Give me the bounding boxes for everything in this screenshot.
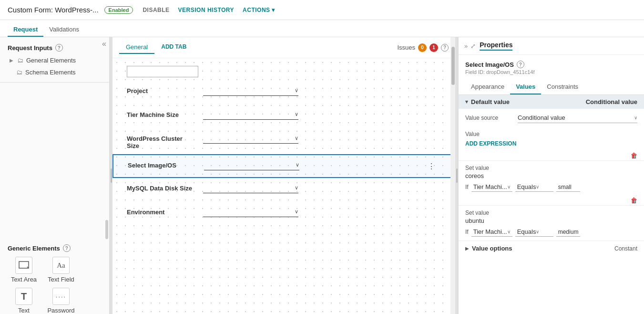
field-input-image-os[interactable]: ∨ bbox=[204, 160, 299, 170]
props-tabs: Appearance Values Constraints bbox=[459, 80, 644, 95]
generic-item-textarea[interactable]: Text Area bbox=[8, 257, 40, 283]
condition-field-select-2[interactable]: Tier Machi... ∨ bbox=[471, 227, 512, 237]
sidebar-item-label: Schema Elements bbox=[25, 69, 76, 76]
field-row-environment: Environment ∨ bbox=[112, 202, 455, 226]
canvas-scroll-thumb[interactable] bbox=[451, 47, 455, 85]
add-tab-button[interactable]: ADD TAB bbox=[156, 41, 191, 54]
canvas-scrollbar[interactable] bbox=[450, 37, 455, 314]
set-value-text-1: coreos bbox=[465, 172, 637, 179]
props-field-title: Select Image/OS ? bbox=[459, 55, 644, 69]
add-expression-button[interactable]: ADD EXPRESSION bbox=[465, 140, 516, 147]
value-options-label: Value options bbox=[472, 245, 612, 252]
value-label-row: Value bbox=[459, 127, 644, 138]
set-value-label-2: Set value bbox=[465, 209, 637, 216]
collapse-icons[interactable]: » ⤢ bbox=[464, 42, 476, 50]
default-value-label: Default value bbox=[471, 98, 510, 105]
field-label: Project bbox=[127, 85, 194, 94]
field-input-environment[interactable]: ∨ bbox=[203, 207, 298, 217]
generic-item-text[interactable]: T Text bbox=[8, 288, 40, 314]
generic-item-textfield[interactable]: Aa Text Field bbox=[45, 257, 77, 283]
field-row-mysql-disk: MySQL Data Disk Size ∨ bbox=[112, 178, 455, 202]
request-inputs-title: Request Inputs ? bbox=[0, 37, 109, 54]
condition-row-1: If Tier Machi... ∨ Equals ∨ small bbox=[465, 182, 637, 192]
sidebar-item-general-elements[interactable]: ▶ 🗂 General Elements bbox=[0, 54, 109, 66]
main-layout: « Request Inputs ? ▶ 🗂 General Elements … bbox=[0, 37, 644, 314]
props-field-help-icon[interactable]: ? bbox=[517, 61, 524, 68]
drag-thumb bbox=[111, 168, 112, 183]
issue-badge-red: 1 bbox=[429, 43, 438, 52]
field-input-wp-cluster[interactable]: ∨ bbox=[203, 133, 298, 144]
canvas-content: Project ∨ Tier Machine Size ∨ WordPress … bbox=[112, 58, 455, 314]
field-menu-dots[interactable]: ⋮ bbox=[428, 162, 435, 171]
conditional-value-label: Conditional value bbox=[586, 98, 637, 105]
value-options-chevron[interactable]: ▶ bbox=[465, 246, 469, 251]
tab-validations[interactable]: Validations bbox=[43, 23, 85, 37]
disable-button[interactable]: DISABLE bbox=[143, 7, 169, 13]
field-input-tier[interactable]: ∨ bbox=[203, 109, 298, 120]
value-options-right: Constant bbox=[614, 245, 637, 252]
textarea-preview[interactable] bbox=[127, 66, 198, 77]
default-value-section[interactable]: ▾ Default value bbox=[465, 98, 586, 105]
condition-value-1: small bbox=[556, 183, 580, 192]
actions-button[interactable]: ACTIONS ▾ bbox=[243, 7, 275, 13]
issues-bar: Issues 0 1 ? bbox=[397, 43, 449, 52]
trash-icon-row-2: 🗑 bbox=[459, 196, 644, 205]
props-tab-appearance[interactable]: Appearance bbox=[465, 80, 510, 94]
field-input-mysql[interactable]: ∨ bbox=[203, 183, 298, 193]
textarea-icon bbox=[15, 257, 32, 274]
field-label: Select Image/OS bbox=[128, 160, 194, 169]
generic-items-list: Text Area Aa Text Field T Text ···· Pass… bbox=[8, 257, 102, 314]
value-source-select[interactable]: Conditional value ∨ bbox=[518, 113, 637, 123]
collapse-icon[interactable]: » bbox=[464, 42, 468, 50]
text-icon: T bbox=[15, 288, 32, 305]
properties-panel-title: Properties bbox=[480, 41, 512, 51]
issue-badge-orange: 0 bbox=[418, 43, 427, 52]
textarea-preview-row bbox=[112, 63, 455, 81]
main-tabs: Request Validations bbox=[0, 20, 644, 37]
value-label: Value bbox=[465, 131, 513, 137]
props-body: ▾ Default value Conditional value Value … bbox=[459, 95, 644, 256]
value-options-row: ▶ Value options Constant bbox=[459, 241, 644, 256]
chevron-down-icon: ▾ bbox=[465, 99, 468, 105]
page-title: Custom Form: WordPress-... bbox=[8, 6, 99, 14]
field-label: WordPress Cluster Size bbox=[127, 133, 194, 149]
generic-item-password[interactable]: ···· Password bbox=[45, 288, 77, 314]
trash-icon-row-1: 🗑 bbox=[459, 151, 644, 160]
request-inputs-help-icon[interactable]: ? bbox=[55, 44, 63, 52]
canvas-tabs: General ADD TAB bbox=[119, 41, 191, 54]
generic-elements-section: Generic Elements ? Text Area Aa Text Fie… bbox=[0, 240, 109, 314]
svg-line-1 bbox=[27, 267, 28, 268]
tab-request[interactable]: Request bbox=[8, 23, 43, 37]
version-history-button[interactable]: VERSION HISTORY bbox=[178, 7, 235, 13]
condition-op-chevron-2: ∨ bbox=[536, 229, 539, 234]
trash-icon-2[interactable]: 🗑 bbox=[631, 197, 637, 204]
sidebar-item-schema-elements[interactable]: 🗂 Schema Elements bbox=[0, 66, 109, 78]
field-input-project[interactable]: ∨ bbox=[203, 85, 298, 96]
sidebar-collapse-button[interactable]: « bbox=[102, 40, 106, 48]
help-icon[interactable]: ? bbox=[441, 44, 449, 52]
enabled-badge: Enabled bbox=[104, 6, 133, 14]
condition-op-select-1[interactable]: Equals ∨ bbox=[515, 182, 553, 192]
generic-help-icon[interactable]: ? bbox=[63, 244, 71, 252]
top-bar: Custom Form: WordPress-... Enabled DISAB… bbox=[0, 0, 644, 20]
password-icon: ···· bbox=[52, 288, 70, 305]
condition-field-select-1[interactable]: Tier Machi... ∨ bbox=[471, 182, 512, 192]
props-tab-constraints[interactable]: Constraints bbox=[541, 80, 584, 94]
sidebar-divider bbox=[0, 82, 109, 83]
trash-icon-1[interactable]: 🗑 bbox=[631, 152, 637, 159]
folder-icon: 🗂 bbox=[17, 57, 23, 64]
canvas: General ADD TAB Issues 0 1 ? Project ∨ bbox=[112, 37, 455, 314]
set-value-block-1: Set value coreos If Tier Machi... ∨ Equa… bbox=[459, 160, 644, 196]
sidebar-scroll-thumb[interactable] bbox=[105, 220, 108, 239]
sidebar-item-label: General Elements bbox=[26, 57, 76, 64]
select-arrow: ∨ bbox=[634, 115, 637, 120]
drag-thumb-right bbox=[456, 168, 458, 183]
field-row-project: Project ∨ bbox=[112, 81, 455, 105]
condition-op-select-2[interactable]: Equals ∨ bbox=[515, 227, 553, 237]
expand-icon[interactable]: ⤢ bbox=[470, 42, 476, 50]
canvas-tab-general[interactable]: General bbox=[119, 41, 154, 54]
field-row-select-image-os[interactable]: Select Image/OS ∨ ⋮ bbox=[112, 154, 455, 178]
field-label: Tier Machine Size bbox=[127, 109, 194, 118]
field-label: MySQL Data Disk Size bbox=[127, 183, 194, 192]
props-tab-values[interactable]: Values bbox=[510, 80, 541, 94]
